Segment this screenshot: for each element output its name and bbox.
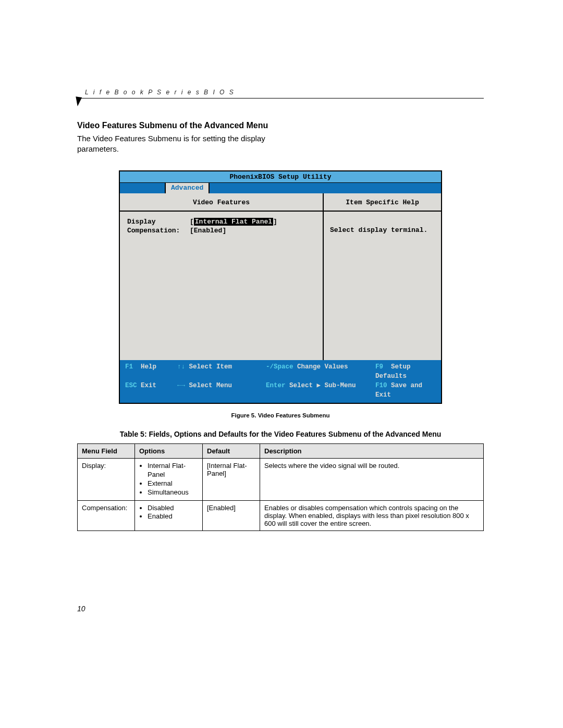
bios-key-space: -/Space xyxy=(266,363,293,371)
list-item: Enabled xyxy=(148,512,198,521)
table-cell-options: Internal Flat-Panel External Simultaneou… xyxy=(135,459,203,501)
table-header: Options xyxy=(135,444,203,459)
bios-help-text: Select display terminal. xyxy=(330,226,435,234)
header-rule xyxy=(77,98,484,98)
bios-key-f9: F9 xyxy=(375,363,383,371)
bios-key-f1: F1 xyxy=(125,363,133,371)
table-title: Table 5: Fields, Options and Defaults fo… xyxy=(77,430,484,438)
bios-key-label: Change Values xyxy=(297,363,348,371)
table-row: Display: Internal Flat-Panel External Si… xyxy=(78,459,484,501)
bios-value: Internal Flat Panel xyxy=(194,218,273,226)
bios-key-label: Select Item xyxy=(189,363,232,371)
table-cell-default: [Enabled] xyxy=(203,500,260,530)
page-number: 10 xyxy=(77,604,85,613)
table-cell-default: [Internal Flat-Panel] xyxy=(203,459,260,501)
bios-key-enter: Enter xyxy=(266,382,286,389)
table-cell-desc: Enables or disables compensation which c… xyxy=(260,500,484,530)
running-head-block: L i f e B o o k P S e r i e s B I O S xyxy=(77,88,484,102)
table-cell-options: Disabled Enabled xyxy=(135,500,203,530)
fields-table: Menu Field Options Default Description D… xyxy=(77,443,484,531)
bios-key-esc: ESC xyxy=(125,382,137,389)
figure-caption: Figure 5. Video Features Submenu xyxy=(77,412,484,418)
bios-help-title: Item Specific Help xyxy=(324,193,441,212)
bios-label: Display xyxy=(127,218,190,226)
bios-tab-advanced: Advanced xyxy=(165,183,210,193)
table-cell-desc: Selects where the video signal will be r… xyxy=(260,459,484,501)
table-cell-field: Compensation: xyxy=(78,500,135,530)
bios-key-leftright: ←→ xyxy=(177,382,185,389)
bios-key-f10: F10 xyxy=(375,382,387,389)
table-header: Menu Field xyxy=(78,444,135,459)
bios-tab-bar: Advanced xyxy=(120,183,441,193)
header-marker-icon xyxy=(75,96,82,106)
list-item: External xyxy=(148,479,198,488)
running-head: L i f e B o o k P S e r i e s B I O S xyxy=(77,88,484,96)
bios-help-panel: Item Specific Help Select display termin… xyxy=(324,193,441,360)
section-title: Video Features Submenu of the Advanced M… xyxy=(77,121,484,130)
bios-key-label: Select ▶ Sub-Menu xyxy=(289,382,356,389)
bios-key-label: Help xyxy=(141,363,156,371)
table-row: Compensation: Disabled Enabled [Enabled]… xyxy=(78,500,484,530)
table-header: Description xyxy=(260,444,484,459)
bios-footer: F1 Help ↑↓ Select Item -/Space Change Va… xyxy=(120,360,441,403)
bios-panel-title: Video Features xyxy=(120,193,323,212)
table-header: Default xyxy=(203,444,260,459)
bios-key-label: Exit xyxy=(141,382,156,389)
bios-screenshot: PhoenixBIOS Setup Utility Advanced Video… xyxy=(119,170,442,404)
bios-value: Enabled xyxy=(194,227,223,235)
bios-row-display: Display [Internal Flat Panel] xyxy=(127,218,315,226)
bios-key-updown: ↑↓ xyxy=(177,363,185,371)
section-intro: The Video Features Submenu is for settin… xyxy=(77,133,275,155)
bios-title: PhoenixBIOS Setup Utility xyxy=(120,171,441,183)
bios-key-label: Select Menu xyxy=(189,382,232,389)
list-item: Disabled xyxy=(148,504,198,513)
list-item: Simultaneous xyxy=(148,488,198,497)
bios-label: Compensation: xyxy=(127,227,190,235)
bios-row-compensation: Compensation: [Enabled] xyxy=(127,227,315,235)
bios-main-panel: Video Features Display [Internal Flat Pa… xyxy=(120,193,324,360)
table-cell-field: Display: xyxy=(78,459,135,501)
list-item: Internal Flat-Panel xyxy=(148,462,198,479)
